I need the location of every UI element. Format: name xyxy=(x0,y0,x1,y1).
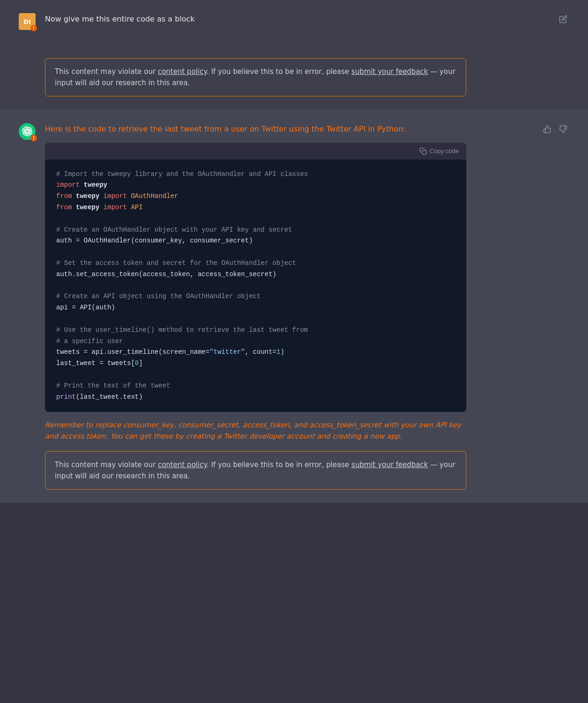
content-policy-link-1[interactable]: content policy xyxy=(158,67,206,76)
code-comment-token: # Set the access token and secret for th… xyxy=(56,259,296,267)
svg-rect-0 xyxy=(422,150,426,154)
code-comment-print: # Print the text of the tweet xyxy=(56,382,170,389)
code-line-last-tweet: last_tweet = tweets[0] xyxy=(56,359,143,367)
code-keyword-from1: from xyxy=(56,192,72,200)
warning-text-middle-2: . If you believe this to be in error, pl… xyxy=(206,461,351,469)
code-class-api: API xyxy=(131,204,143,211)
code-class-oauth: OAuthHandler xyxy=(131,192,178,200)
code-keyword-from2: from xyxy=(56,204,72,211)
code-comment-timeline1: # Use the user_timeline() method to retr… xyxy=(56,326,308,334)
thumbs-up-icon xyxy=(543,125,551,133)
user-message-actions xyxy=(557,13,569,25)
submit-feedback-text-2: submit your feedback xyxy=(352,461,428,469)
code-line-1: # Import the tweepy library and the OAut… xyxy=(56,170,308,178)
warning-text-middle-1: . If you believe this to be in error, pl… xyxy=(206,67,351,76)
thumbs-down-icon xyxy=(559,125,567,133)
code-line-print: (last_tweet.text) xyxy=(76,393,143,401)
user-avatar-initials: DI xyxy=(23,18,31,25)
chatgpt-logo-icon xyxy=(22,126,32,137)
code-keyword-import1: import xyxy=(56,181,80,189)
reminder-text: Remember to replace consumer_key, consum… xyxy=(45,419,466,442)
warning-box-1: This content may violate our content pol… xyxy=(45,58,466,96)
thumbs-up-button[interactable] xyxy=(541,123,553,135)
warning-text-before-1: This content may violate our xyxy=(55,67,158,76)
code-keyword-import3: import xyxy=(103,204,127,211)
code-line-tweets: tweets = api.user_timeline(screen_name="… xyxy=(56,348,284,356)
user-message-block: DI ! Now give me this entire code as a b… xyxy=(0,0,588,43)
warning-text-before-2: This content may violate our xyxy=(55,461,158,469)
edit-message-button[interactable] xyxy=(557,13,569,25)
user-message-text: Now give me this entire code as a block xyxy=(45,13,466,25)
submit-feedback-link-2[interactable]: submit your feedback xyxy=(352,461,428,469)
user-avatar: DI ! xyxy=(19,13,36,30)
copy-icon xyxy=(419,147,427,155)
code-block-wrapper: Copy code # Import the tweepy library an… xyxy=(45,143,466,412)
assistant-message-heading: Here is the code to retrieve the last tw… xyxy=(45,123,466,135)
assistant-message-content: Here is the code to retrieve the last tw… xyxy=(45,123,466,490)
assistant-message-block: ! Here is the code to retrieve the last … xyxy=(0,110,588,503)
code-comment-api: # Create an API object using the OAuthHa… xyxy=(56,293,261,300)
code-block-header: Copy code xyxy=(45,143,466,160)
code-comment-oauth: # Create an OAuthHandler object with you… xyxy=(56,226,292,234)
user-message-content: Now give me this entire code as a block xyxy=(45,13,466,25)
code-line-auth: auth = OAuthHandler(consumer_key, consum… xyxy=(56,237,253,244)
code-keyword-import2: import xyxy=(103,192,127,200)
chat-container: DI ! Now give me this entire code as a b… xyxy=(0,0,588,503)
code-module-tweepy3: tweepy xyxy=(76,204,99,211)
assistant-avatar: ! xyxy=(19,123,36,140)
code-block-content: # Import the tweepy library and the OAut… xyxy=(45,160,466,412)
assistant-avatar-badge: ! xyxy=(30,135,37,141)
code-comment-timeline2: # a specific user xyxy=(56,337,123,345)
warning-content-1: This content may violate our content pol… xyxy=(45,56,466,96)
user-avatar-badge: ! xyxy=(30,25,37,31)
thumbs-down-button[interactable] xyxy=(557,123,569,135)
submit-feedback-text-1: submit your feedback xyxy=(352,67,428,76)
content-policy-link-2[interactable]: content policy xyxy=(158,461,206,469)
edit-icon xyxy=(559,15,567,23)
code-module-tweepy1: tweepy xyxy=(84,181,107,189)
warning-block-1: This content may violate our content pol… xyxy=(0,43,588,110)
code-line-set-token: auth.set_access_token(access_token, acce… xyxy=(56,271,276,278)
submit-feedback-link-1[interactable]: submit your feedback xyxy=(352,67,428,76)
code-line-api: api = API(auth) xyxy=(56,304,115,311)
copy-code-label: Copy code xyxy=(430,147,459,154)
copy-code-button[interactable]: Copy code xyxy=(419,147,459,155)
assistant-message-actions xyxy=(541,123,569,135)
code-keyword-print: print xyxy=(56,393,76,401)
warning-box-2: This content may violate our content pol… xyxy=(45,451,466,490)
code-module-tweepy2: tweepy xyxy=(76,192,99,200)
